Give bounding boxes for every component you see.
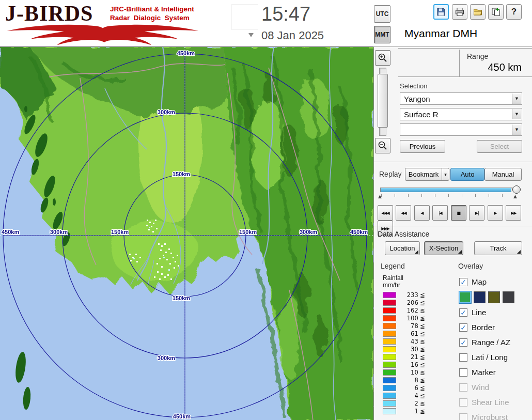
- previous-button[interactable]: Previous: [400, 140, 445, 153]
- overlay-item-label: Microburst: [472, 413, 508, 420]
- legend-value: 61 ≦: [400, 330, 425, 337]
- map-color-swatches: [459, 289, 531, 305]
- overlay-item-label: Marker: [472, 368, 496, 377]
- save-button[interactable]: [433, 4, 449, 20]
- overlay-list: ✓Map✓Line✓Border✓Range / AZLati / LongMa…: [459, 274, 531, 420]
- legend-value: 10 ≦: [400, 369, 425, 376]
- xsection-button[interactable]: X-Section: [424, 241, 463, 255]
- xsection-button-label: X-Section: [429, 244, 458, 252]
- play-button[interactable]: ▶: [488, 205, 503, 221]
- checkbox[interactable]: [459, 353, 467, 362]
- replay-timeline-ticks: [381, 194, 515, 197]
- legend-color-swatch: [383, 307, 396, 314]
- timeline-start-marker-icon: ▲: [378, 194, 382, 199]
- legend-row: 78 ≦: [383, 322, 425, 330]
- data-assistance-label: Data Assistance: [378, 230, 429, 238]
- legend-row: 6 ≦: [383, 384, 425, 392]
- manual-button[interactable]: Manual: [484, 168, 522, 181]
- checkbox[interactable]: ✓: [459, 338, 467, 347]
- auto-button[interactable]: Auto: [450, 168, 484, 181]
- eagle-logo-icon: [3, 23, 202, 45]
- select-button[interactable]: Select: [477, 140, 522, 153]
- legend-value: 233 ≦: [400, 291, 425, 299]
- divider: [374, 162, 532, 162]
- location-button[interactable]: Location: [385, 241, 420, 255]
- fast-forward-button[interactable]: ▶▶: [506, 205, 521, 221]
- chevron-down-icon[interactable]: ▼: [442, 168, 449, 180]
- help-button[interactable]: ?: [506, 4, 522, 20]
- range-label: Range: [467, 52, 488, 60]
- track-button-label: Track: [490, 244, 506, 252]
- replay-timeline-handle[interactable]: [512, 185, 521, 194]
- fast-rewind-button[interactable]: ◀◀: [396, 205, 411, 221]
- overlay-item-line[interactable]: ✓Line: [459, 305, 531, 320]
- overlay-item-map[interactable]: ✓Map: [459, 274, 531, 289]
- legend-row: 61 ≦: [383, 330, 425, 337]
- utc-button[interactable]: UTC: [374, 5, 390, 23]
- bookmark-button-label: Bookmark: [409, 170, 439, 178]
- legend-color-swatch: [383, 362, 396, 368]
- radar-map[interactable]: 450km 300km 150km 150km 300km 450km 450k…: [0, 46, 373, 420]
- ring-label: 300km: [300, 229, 317, 235]
- checkbox[interactable]: ✓: [459, 323, 467, 332]
- mmt-button[interactable]: MMT: [374, 26, 390, 43]
- chevron-down-icon[interactable]: ▼: [512, 125, 521, 135]
- map-color-swatch[interactable]: [488, 291, 500, 303]
- zoom-slider-thumb[interactable]: [378, 74, 388, 128]
- zoom-in-button[interactable]: [375, 50, 390, 66]
- checkbox[interactable]: [459, 368, 467, 377]
- overlay-item-border[interactable]: ✓Border: [459, 320, 531, 335]
- overlay-item-range-az[interactable]: ✓Range / AZ: [459, 335, 531, 350]
- ring-label: 300km: [158, 109, 175, 115]
- clock-spinner-arrow-icon[interactable]: [248, 33, 254, 37]
- app-logo-title: J-BIRDS: [5, 1, 93, 26]
- ring-label: 450km: [2, 229, 19, 235]
- checkbox[interactable]: ✓: [459, 278, 467, 286]
- open-folder-icon: [473, 7, 482, 17]
- print-button[interactable]: [452, 4, 467, 20]
- open-folder-button[interactable]: [470, 4, 486, 20]
- legend-color-swatch: [383, 300, 396, 306]
- checkbox[interactable]: ✓: [459, 308, 467, 317]
- legend-color-swatch: [383, 346, 396, 352]
- map-color-swatch[interactable]: [503, 291, 514, 303]
- overlay-item-lati-long[interactable]: Lati / Long: [459, 350, 531, 365]
- map-color-swatch[interactable]: [459, 291, 471, 303]
- step-forward-button[interactable]: ▶|: [469, 205, 484, 221]
- stop-button[interactable]: ■: [451, 205, 466, 221]
- track-button[interactable]: Track: [474, 241, 522, 255]
- legend-row: 206 ≦: [383, 299, 425, 306]
- add-window-button[interactable]: [488, 4, 504, 20]
- legend-scale: 233 ≦206 ≦162 ≦100 ≦78 ≦61 ≦43 ≦30 ≦21 ≦…: [383, 291, 425, 415]
- legend-row: 8 ≦: [383, 376, 425, 384]
- site-dropdown[interactable]: Yangon ▼: [400, 92, 522, 105]
- legend-value: 8 ≦: [400, 377, 425, 384]
- play-reverse-button[interactable]: ◀: [414, 205, 430, 221]
- step-back-button[interactable]: |◀: [432, 205, 448, 221]
- legend-row: 162 ≦: [383, 306, 425, 314]
- zoom-out-icon: [378, 141, 388, 151]
- jump-start-button[interactable]: ◀◀◀: [378, 205, 393, 221]
- legend-color-swatch: [383, 315, 396, 321]
- overlay-item-wind: Wind: [459, 380, 531, 395]
- chevron-down-icon[interactable]: ▼: [512, 109, 521, 119]
- ring-label: 300km: [158, 355, 175, 361]
- chevron-down-icon[interactable]: ▼: [512, 94, 521, 104]
- bookmark-button[interactable]: Bookmark ▼: [405, 168, 449, 181]
- replay-timeline-track[interactable]: [380, 188, 517, 192]
- ring-label: 150km: [173, 295, 190, 301]
- header-bar: J-BIRDS JRC-Brilliant & Intelligent Rada…: [0, 0, 532, 46]
- map-color-swatch[interactable]: [474, 291, 486, 303]
- legend-color-swatch: [383, 385, 396, 391]
- clock-spin-box[interactable]: [231, 4, 258, 30]
- legend-value: 30 ≦: [400, 346, 425, 353]
- legend-color-swatch: [383, 377, 396, 383]
- legend-value: 2 ≦: [400, 400, 425, 407]
- overlay-item-marker[interactable]: Marker: [459, 365, 531, 380]
- legend-color-swatch: [383, 369, 396, 376]
- product-dropdown[interactable]: Surface R ▼: [400, 108, 522, 120]
- checkbox: [459, 413, 467, 420]
- extra-dropdown[interactable]: ▼: [400, 123, 522, 136]
- zoom-out-button[interactable]: [375, 138, 390, 153]
- overlay-item-shear-line: Shear Line: [459, 395, 531, 410]
